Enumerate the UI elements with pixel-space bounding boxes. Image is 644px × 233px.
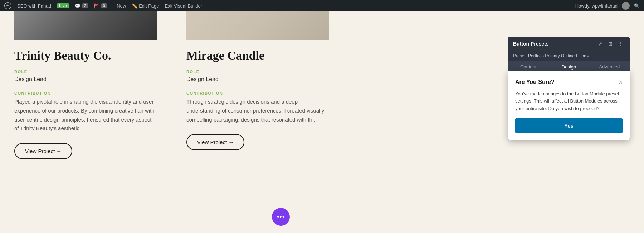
flag-icon[interactable]: 🚩 0 — [94, 3, 107, 9]
admin-bar-right: Howdy, wpwithfahad 🔍 — [575, 2, 640, 10]
preset-arrow-icon: ▾ — [587, 54, 589, 58]
role-label-trinity: ROLE — [14, 70, 157, 74]
card-image-trinity — [14, 11, 157, 40]
exit-visual-builder-button[interactable]: Exit Visual Builder — [165, 3, 203, 9]
new-button[interactable]: + New — [113, 3, 126, 9]
avatar[interactable] — [622, 2, 630, 10]
fab-dots-icon: ••• — [277, 213, 285, 221]
panel-preset-row: Preset: Portfolio Primary Outlined Icon … — [508, 51, 630, 61]
contribution-text-mirage: Through strategic design decisions and a… — [186, 98, 329, 124]
site-name[interactable]: SEO with Fahad — [17, 3, 51, 9]
card-title-trinity: Trinity Beauty Co. — [14, 49, 157, 62]
admin-bar: SEO with Fahad Live 💬 2 🚩 0 + New ✏️ Edi… — [0, 0, 644, 11]
panel-header: Button Presets ⤢ ⊞ ⋮ — [508, 37, 630, 51]
partial-right-area: Button Presets ⤢ ⊞ ⋮ Preset: Portfolio P… — [343, 11, 644, 233]
edit-page-button[interactable]: ✏️ Edit Page — [132, 3, 159, 9]
confirm-yes-button[interactable]: Yes — [515, 118, 623, 133]
panel-expand-icon[interactable]: ⤢ — [597, 40, 604, 47]
card-mirage: Mirage Candle ROLE Design Lead CONTRIBUT… — [172, 11, 343, 233]
confirm-close-button[interactable]: × — [619, 79, 623, 86]
fab-button[interactable]: ••• — [272, 208, 290, 226]
panel-more-icon[interactable]: ⋮ — [617, 40, 625, 47]
wp-logo[interactable] — [4, 2, 11, 9]
preset-label: Preset: — [513, 53, 527, 58]
panel-header-icons: ⤢ ⊞ ⋮ — [597, 40, 625, 47]
search-icon[interactable]: 🔍 — [634, 3, 640, 9]
role-label-mirage: ROLE — [186, 70, 329, 74]
view-project-button-mirage[interactable]: View Project → — [186, 134, 244, 150]
main-content: Trinity Beauty Co. ROLE Design Lead CONT… — [0, 11, 644, 233]
contribution-label-trinity: CONTRIBUTION — [14, 91, 157, 95]
role-value-trinity: Design Lead — [14, 76, 157, 82]
view-project-button-trinity[interactable]: View Project → — [14, 143, 72, 159]
live-badge: Live — [57, 3, 69, 8]
panel-title: Button Presets — [513, 41, 597, 47]
card-image-mirage — [186, 11, 329, 40]
confirm-dialog: Are You Sure? × You've made changes to t… — [508, 71, 630, 140]
confirm-dialog-title: Are You Sure? — [515, 79, 555, 85]
howdy-text: Howdy, wpwithfahad — [575, 3, 618, 9]
button-presets-panel: Button Presets ⤢ ⊞ ⋮ Preset: Portfolio P… — [508, 37, 630, 140]
comments-icon[interactable]: 💬 2 — [75, 3, 88, 9]
contribution-text-trinity: Played a pivotal role in shaping the vis… — [14, 98, 157, 133]
confirm-dialog-header: Are You Sure? × — [515, 79, 623, 86]
card-trinity: Trinity Beauty Co. ROLE Design Lead CONT… — [0, 11, 172, 233]
panel-columns-icon[interactable]: ⊞ — [607, 40, 614, 47]
contribution-label-mirage: CONTRIBUTION — [186, 91, 329, 95]
confirm-dialog-text: You've made changes to the Button Module… — [515, 90, 623, 113]
role-value-mirage: Design Lead — [186, 76, 329, 82]
card-title-mirage: Mirage Candle — [186, 49, 329, 62]
preset-value: Portfolio Primary Outlined Icon — [528, 53, 586, 58]
